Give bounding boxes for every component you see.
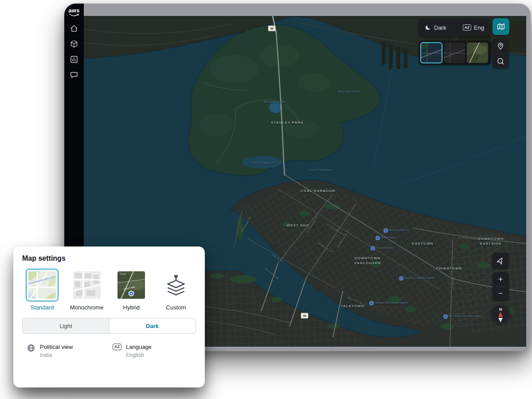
style-label: Custom xyxy=(166,304,186,311)
moon-icon xyxy=(425,24,431,31)
map-style-options: Standard Mon xyxy=(20,269,198,311)
geolocate-arrow-icon xyxy=(496,256,505,265)
map-tools-column xyxy=(493,39,509,68)
compass-control[interactable]: N xyxy=(491,304,510,324)
map-theme-language-pill: Dark AZ Eng xyxy=(419,19,490,36)
style-label: Standard xyxy=(31,304,54,311)
language-setting[interactable]: AZ Language English xyxy=(113,344,166,358)
style-preview-dark[interactable] xyxy=(421,43,442,63)
page: aws xyxy=(0,0,532,399)
map-style-button[interactable] xyxy=(493,18,509,35)
language-label: Eng xyxy=(474,24,484,31)
style-option-monochrome[interactable]: Monochrome xyxy=(65,269,109,311)
svg-text:N: N xyxy=(499,307,502,312)
political-view-setting[interactable]: Political view India xyxy=(27,344,80,358)
geolocate-button[interactable] xyxy=(493,253,509,269)
zoom-control: + − xyxy=(493,272,509,301)
theme-option-dark[interactable]: Dark xyxy=(109,318,196,334)
divider xyxy=(496,54,505,54)
aws-logo-text: aws xyxy=(68,8,79,13)
style-preview-monochrome[interactable] xyxy=(444,43,465,63)
aws-smile-icon xyxy=(69,13,79,17)
aws-logo: aws xyxy=(68,8,79,17)
location-pin-icon[interactable] xyxy=(496,42,505,51)
map-settings-title: Map settings xyxy=(22,254,198,262)
style-thumb-custom xyxy=(160,269,192,301)
metrics-chart-icon[interactable] xyxy=(70,55,78,64)
style-option-hybrid[interactable]: Circle 5 AVE NW Hybrid xyxy=(110,269,153,311)
language-switcher[interactable]: AZ Eng xyxy=(463,24,484,31)
theme-toggle: Light Dark xyxy=(22,318,196,334)
home-icon[interactable] xyxy=(70,24,78,33)
language-setting-value: English xyxy=(126,352,152,358)
style-thumb-standard xyxy=(26,269,59,301)
political-view-value: India xyxy=(40,352,73,358)
theme-switcher[interactable]: Dark xyxy=(425,24,446,31)
lost-lagoon xyxy=(242,156,282,168)
style-thumb-hybrid: Circle 5 AVE NW xyxy=(115,269,148,301)
map-settings-panel: Map settings Standard xyxy=(13,246,205,387)
political-view-label: Political view xyxy=(40,344,73,350)
globe-icon xyxy=(27,344,35,352)
resources-cube-icon[interactable] xyxy=(70,39,78,48)
settings-meta-row: Political view India AZ Language English xyxy=(20,344,198,358)
az-translate-icon: AZ xyxy=(463,24,471,31)
layers-pin-icon xyxy=(164,273,188,297)
style-label: Hybrid xyxy=(123,304,140,311)
zoom-in-button[interactable]: + xyxy=(493,272,509,286)
style-option-standard[interactable]: Standard xyxy=(20,269,64,311)
feedback-chat-icon[interactable] xyxy=(70,70,78,79)
geofence-draw-icon[interactable] xyxy=(496,57,505,66)
theme-label: Dark xyxy=(434,24,446,31)
az-translate-icon: AZ xyxy=(113,344,121,350)
zoom-out-button[interactable]: − xyxy=(493,287,509,301)
language-setting-label: Language xyxy=(126,344,152,350)
theme-option-light[interactable]: Light xyxy=(23,318,109,333)
style-option-custom[interactable]: Custom xyxy=(154,269,198,311)
map-icon xyxy=(497,22,505,31)
style-preview-bar xyxy=(419,41,491,65)
svg-text:Circle: Circle xyxy=(120,273,126,275)
compass-icon: N xyxy=(491,304,510,324)
style-label: Monochrome xyxy=(70,304,104,311)
style-thumb-monochrome xyxy=(70,269,103,301)
style-preview-satellite[interactable] xyxy=(467,43,488,63)
